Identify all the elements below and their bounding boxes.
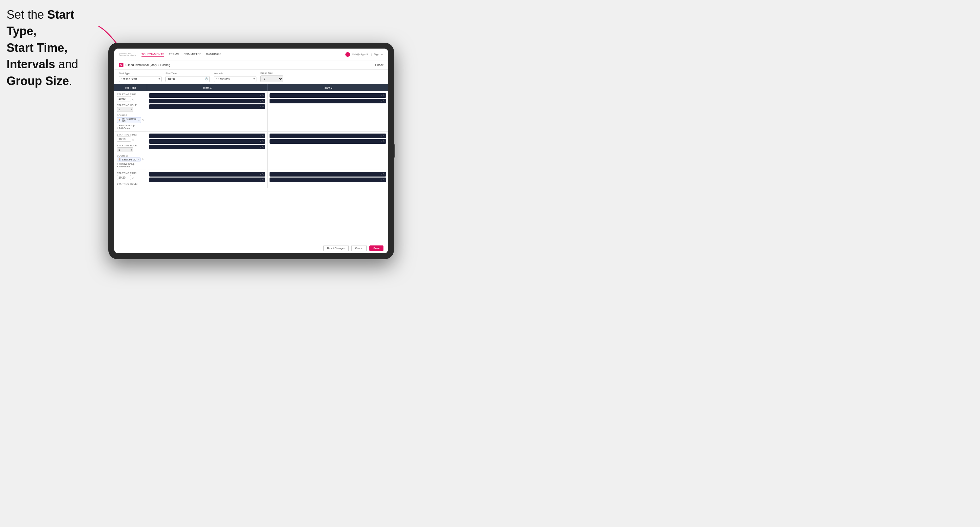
add-group-btn-1[interactable]: + Add Group — [117, 127, 144, 129]
col-team2: Team 2 — [267, 84, 388, 91]
tab-rankings[interactable]: RANKINGS — [206, 52, 221, 57]
slot-remove-t2-1-1[interactable]: × — [380, 95, 382, 97]
course-tag-2: 🏌 East Lake GC × — [117, 157, 141, 162]
col-tee-time: Tee Time — [114, 84, 147, 91]
table-header: Tee Time Team 1 Team 2 — [114, 84, 388, 91]
course-remove-2[interactable]: × — [138, 159, 139, 161]
tab-teams[interactable]: TEAMS — [169, 52, 179, 57]
tournament-name[interactable]: Clippd Invitational (Mar) — [126, 63, 157, 67]
team1-col-3: × ✎ × ✎ — [147, 170, 267, 188]
group-row-3: STARTING TIME: 10:20 ⏱ STARTING HOLE: × … — [114, 170, 388, 188]
slot-edit-2-2[interactable]: ✎ — [262, 140, 264, 143]
slot-remove-2-1[interactable]: × — [260, 135, 261, 137]
course-edit-btn-2[interactable]: ✎ — [142, 158, 144, 161]
player-slot-t2-1-2: × ✎ — [270, 99, 386, 103]
back-button[interactable]: < Back — [374, 63, 383, 67]
reset-changes-button[interactable]: Reset Changes — [323, 245, 348, 251]
sign-out-link[interactable]: Sign out — [374, 53, 383, 56]
player-slot-2-2: × ✎ — [149, 139, 265, 144]
slot-edit-t2-2-2[interactable]: ✎ — [383, 140, 385, 143]
player-slot-2-3: × ✎ — [149, 145, 265, 149]
slot-edit-1-2[interactable]: ✎ — [262, 100, 264, 102]
intervals-label: Intervals — [214, 72, 256, 75]
course-name-1: (A) Peachtree GC — [122, 118, 137, 122]
starting-hole-select-2[interactable]: 1 — [117, 147, 133, 152]
slot-remove-2-2[interactable]: × — [260, 140, 261, 143]
tab-committee[interactable]: COMMITTEE — [183, 52, 201, 57]
slot-remove-t2-2-1[interactable]: × — [380, 135, 382, 137]
slot-edit-2-1[interactable]: ✎ — [262, 135, 264, 137]
group-size-select-wrap: 3 — [260, 75, 283, 82]
course-icon-2: 🏌 — [119, 158, 121, 161]
start-time-input[interactable] — [165, 76, 210, 82]
course-icon-1: 🏌 — [119, 119, 121, 121]
nav-user-area: blair@clippd.io | Sign out — [345, 52, 383, 57]
starting-time-value-2[interactable]: 10:10 — [117, 137, 131, 142]
slot-edit-t2-3-1[interactable]: ✎ — [383, 173, 385, 176]
starting-time-value-3[interactable]: 10:20 — [117, 175, 131, 180]
slot-remove-t2-3-1[interactable]: × — [380, 173, 382, 176]
time-clock-icon-1: ⏱ — [132, 98, 134, 101]
tee-time-col-1: STARTING TIME: 10:00 ⏱ STARTING HOLE: 1 … — [114, 91, 147, 131]
remove-group-btn-2[interactable]: ○ Remove Group — [117, 163, 144, 165]
team2-col-3: × ✎ × ✎ — [267, 170, 388, 188]
course-edit-btn-1[interactable]: ✎ — [142, 119, 144, 121]
slot-remove-1-3[interactable]: × — [260, 106, 261, 108]
start-type-select[interactable]: 1st Tee Start — [119, 76, 162, 82]
slot-remove-3-1[interactable]: × — [260, 173, 261, 176]
slot-edit-1-1[interactable]: ✎ — [262, 94, 264, 97]
save-button[interactable]: Save — [369, 246, 383, 251]
slot-remove-t2-3-2[interactable]: × — [380, 179, 382, 181]
slot-remove-2-3[interactable]: × — [260, 146, 261, 148]
slot-remove-t2-2-2[interactable]: × — [380, 140, 382, 143]
hole-wrap-2: 1 — [117, 147, 133, 152]
player-slot-t2-2-1: × ✎ — [270, 133, 386, 138]
slot-edit-2-3[interactable]: ✎ — [262, 146, 264, 148]
player-slot-2-1: × ✎ — [149, 133, 265, 138]
slot-edit-t2-3-2[interactable]: ✎ — [383, 178, 385, 181]
bold-start-type: Start Type, — [6, 8, 74, 38]
slot-edit-t2-1-1[interactable]: ✎ — [383, 94, 385, 97]
tab-tournaments[interactable]: TOURNAMENTS — [142, 52, 164, 57]
slot-edit-t2-1-2[interactable]: ✎ — [383, 100, 385, 102]
starting-hole-select-1[interactable]: 1 — [117, 107, 133, 112]
group-size-select[interactable]: 3 — [260, 75, 283, 82]
group-size-group: Group Size 3 — [260, 71, 283, 82]
tablet-device: SCOREBOARD Powered by clipp.io TOURNAMEN… — [108, 43, 394, 259]
remove-group-btn-1[interactable]: ○ Remove Group — [117, 124, 144, 127]
bold-start-time: Start Time, — [6, 41, 67, 54]
slot-remove-1-1[interactable]: × — [260, 95, 261, 97]
slot-edit-3-1[interactable]: ✎ — [262, 173, 264, 176]
col-team1: Team 1 — [147, 84, 267, 91]
starting-hole-label-3: STARTING HOLE: — [117, 183, 144, 185]
group-row-2: STARTING TIME: 10:10 ⏱ STARTING HOLE: 1 … — [114, 132, 388, 170]
starting-time-value-1[interactable]: 10:00 — [117, 96, 131, 102]
intervals-group: Intervals 10 Minutes — [214, 72, 256, 82]
bold-group-size: Group Size — [6, 74, 69, 87]
time-clock-icon-2: ⏱ — [132, 139, 134, 141]
player-slot-3-2: × ✎ — [149, 178, 265, 182]
intervals-select[interactable]: 10 Minutes — [214, 76, 256, 82]
time-clock-icon-3: ⏱ — [132, 177, 134, 179]
course-remove-1[interactable]: × — [138, 119, 140, 121]
instruction-text: Set the Start Type, Start Time, Interval… — [6, 6, 105, 89]
slot-remove-1-2[interactable]: × — [260, 100, 261, 102]
schedule-controls: Start Type 1st Tee Start Start Time 🕐 In… — [114, 70, 388, 84]
add-group-btn-2[interactable]: + Add Group — [117, 165, 144, 168]
instruction-area: Set the Start Type, Start Time, Interval… — [6, 6, 105, 89]
player-slot-t2-3-2: × ✎ — [270, 178, 386, 182]
team1-col-2: × ✎ × ✎ × ✎ — [147, 132, 267, 170]
cancel-button[interactable]: Cancel — [351, 245, 367, 251]
slot-edit-1-3[interactable]: ✎ — [262, 105, 264, 108]
slot-remove-3-2[interactable]: × — [260, 179, 261, 181]
player-slot-t2-3-1: × ✎ — [270, 172, 386, 176]
slot-remove-t2-1-2[interactable]: × — [380, 100, 382, 102]
start-time-group: Start Time 🕐 — [165, 72, 210, 82]
breadcrumb-separator: › — [158, 63, 159, 67]
clock-icon: 🕐 — [205, 78, 208, 80]
tablet-side-button — [394, 144, 395, 157]
start-type-label: Start Type — [119, 72, 162, 75]
slot-edit-3-2[interactable]: ✎ — [262, 178, 264, 181]
starting-time-label-3: STARTING TIME: — [117, 172, 144, 174]
slot-edit-t2-2-1[interactable]: ✎ — [383, 135, 385, 137]
